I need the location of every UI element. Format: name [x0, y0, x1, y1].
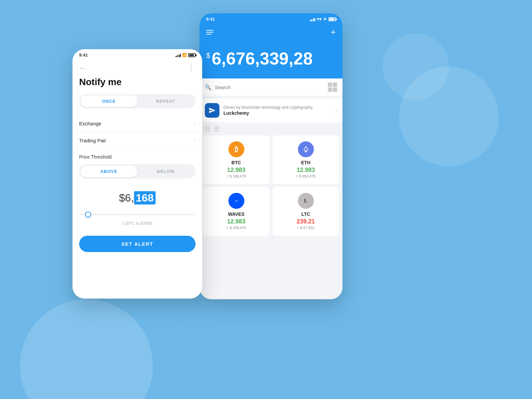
crypto-card-waves[interactable]: ～ WAVES 12.983 = $ 198,479 [203, 187, 270, 236]
waves-icon: ～ [228, 193, 244, 209]
ltc-value: 239.21 [276, 218, 335, 225]
portfolio-amount: 6,676,339,28 [212, 49, 313, 68]
btc-name: BTC [207, 160, 266, 165]
once-button[interactable]: ONCE [80, 95, 137, 107]
notify-toggle-group: ONCE REPEAT [79, 94, 196, 108]
portfolio-value-section: $ 6,676,339,28 [200, 45, 342, 78]
promo-banner[interactable]: Driven by blockchain technology and cryp… [200, 98, 342, 123]
crypto-card-eth[interactable]: ETH 12.983 = $ 892,479 [272, 135, 339, 184]
crypto-card-ltc[interactable]: Ł LTC 239.21 = $ 57,932 [272, 187, 339, 236]
qr-code-icon[interactable] [328, 82, 337, 92]
trading-pair-arrow-icon: › [194, 137, 196, 143]
currency-symbol: $ [206, 51, 210, 60]
search-icon: 🔍 [205, 84, 211, 90]
grid-view-icon[interactable]: ☷ [205, 125, 210, 133]
slider-thumb[interactable] [85, 211, 91, 217]
price-highlighted: 168 [134, 191, 156, 204]
wifi-icon-front: 📶 [182, 53, 187, 57]
promo-arrow-icon: › [335, 107, 337, 114]
status-time-back: 9:41 [206, 17, 215, 22]
promo-title: Luckchemy [223, 110, 331, 116]
exchange-label: Exchange [79, 121, 101, 126]
send-icon [208, 107, 216, 114]
more-menu-button[interactable]: ⋮ [188, 64, 196, 72]
view-toggle: ☷ ☰ [200, 123, 342, 135]
eth-value: 12.983 [276, 167, 335, 174]
ltc-name: LTC [276, 211, 335, 217]
waves-name: WAVES [207, 211, 266, 217]
status-bar-front: 9:41 📶 [72, 49, 202, 60]
nav-bar: ← ⋮ [72, 60, 202, 75]
list-view-icon[interactable]: ☰ [214, 125, 219, 133]
trading-pair-label: Trading Pair [79, 138, 106, 143]
status-icons-back: ▾▾ ✈ [310, 17, 336, 22]
search-input[interactable] [215, 84, 325, 90]
battery-icon [329, 17, 336, 21]
ltc-icon: Ł [298, 193, 314, 209]
back-button[interactable]: ← [79, 64, 86, 72]
menu-icon[interactable] [206, 30, 213, 35]
crypto-card-btc[interactable]: ₿ BTC 12.983 = $ 198,479 [203, 135, 270, 184]
signal-icon [310, 17, 316, 21]
status-bar-back: 9:41 ▾▾ ✈ [200, 13, 342, 24]
eth-name: ETH [276, 160, 335, 165]
add-button[interactable]: + [331, 27, 336, 37]
btc-icon: ₿ [228, 141, 244, 157]
waves-usd: = $ 198,479 [207, 226, 266, 230]
bg-decoration-1 [20, 299, 153, 399]
below-button[interactable]: BELOW [137, 166, 194, 177]
slider-track [79, 214, 196, 215]
portfolio-header: + [200, 24, 342, 45]
portfolio-content: 🔍 Driven by blockchain technology and cr… [200, 78, 342, 299]
price-prefix: $6, [119, 192, 134, 204]
notify-phone: 9:41 📶 ← ⋮ Notify me ONCE REPEAT Exchang… [72, 49, 202, 299]
set-alert-button[interactable]: SET ALERT [79, 236, 196, 252]
promo-icon [205, 103, 219, 118]
battery-icon-front [188, 53, 196, 57]
crypto-grid: ₿ BTC 12.983 = $ 198,479 ETH 12.983 = $ … [200, 135, 342, 239]
portfolio-phone: 9:41 ▾▾ ✈ + $ 6,676,339,28 [200, 13, 342, 299]
btc-info: 1 BTC is $7680 [72, 218, 202, 232]
ltc-usd: = $ 57,932 [276, 226, 335, 230]
exchange-arrow-icon: › [194, 120, 196, 126]
price-threshold-label: Price Threshold [72, 149, 202, 162]
waves-value: 12.983 [207, 218, 266, 225]
repeat-button[interactable]: REPEAT [137, 95, 194, 107]
eth-icon [298, 141, 314, 157]
slider-container [72, 214, 202, 218]
price-toggle-group: ABOVE BELOW [79, 164, 196, 179]
promo-subtitle: Driven by blockchain technology and cryp… [223, 105, 331, 110]
status-time-front: 9:41 [79, 53, 88, 58]
page-title: Notify me [72, 75, 202, 94]
search-bar: 🔍 [200, 78, 342, 96]
ethereum-symbol [302, 145, 310, 153]
above-button[interactable]: ABOVE [80, 166, 137, 177]
promo-text: Driven by blockchain technology and cryp… [223, 105, 331, 116]
exchange-menu-item[interactable]: Exchange › [72, 115, 202, 132]
wifi-icon: ▾▾ [317, 17, 322, 22]
bg-decoration-3 [382, 33, 449, 100]
eth-usd: = $ 892,479 [276, 174, 335, 178]
trading-pair-menu-item[interactable]: Trading Pair › [72, 132, 202, 149]
status-icons-front: 📶 [176, 53, 196, 57]
price-display: $6,168 [72, 185, 202, 211]
signal-icon-front [176, 53, 181, 57]
btc-usd: = $ 198,479 [207, 174, 266, 178]
wifi-icon-2: ✈ [323, 17, 327, 22]
btc-value: 12.983 [207, 167, 266, 174]
